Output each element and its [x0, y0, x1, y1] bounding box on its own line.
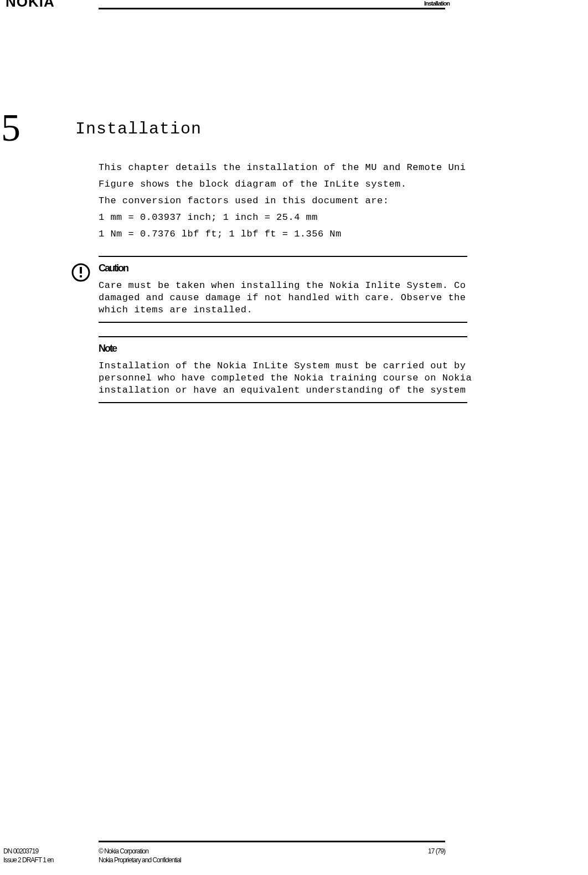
body-line-4: 1 mm = 0.03937 inch; 1 inch = 25.4 mm	[99, 209, 588, 226]
note-rule-top	[99, 336, 467, 337]
svg-rect-1	[80, 267, 82, 274]
footer-confidential: Nokia Proprietary and Confidential	[99, 856, 181, 864]
footer-issue: Issue 2 DRAFT 1 en	[3, 856, 54, 864]
footer-copyright: © Nokia Corporation	[99, 847, 148, 855]
header-section-label: Installation	[424, 0, 450, 7]
nokia-logo: NOKIA	[6, 0, 55, 11]
body-line-2: Figure shows the block diagram of the In…	[99, 176, 588, 193]
body-line-3: The conversion factors used in this docu…	[99, 193, 588, 209]
caution-line-3: which items are installed.	[99, 304, 588, 316]
header-rule	[99, 8, 445, 9]
caution-rule-top	[99, 256, 467, 257]
note-line-3: installation or have an equivalent under…	[99, 384, 588, 397]
chapter-number: 5	[1, 109, 20, 147]
footer-page-number: 17 (79)	[428, 847, 445, 855]
caution-line-2: damaged and cause damage if not handled …	[99, 292, 588, 304]
svg-rect-2	[80, 275, 82, 277]
footer-dn: DN 00203719	[3, 847, 38, 855]
caution-heading: Caution	[99, 262, 588, 274]
caution-line-1: Care must be taken when installing the N…	[99, 280, 588, 292]
chapter-title: Installation	[75, 120, 202, 138]
body-line-1: This chapter details the installation of…	[99, 159, 588, 176]
note-line-1: Installation of the Nokia InLite System …	[99, 360, 588, 372]
caution-rule-bottom	[99, 322, 467, 323]
note-rule-bottom	[99, 402, 467, 403]
body-line-5: 1 Nm = 0.7376 lbf ft; 1 lbf ft = 1.356 N…	[99, 226, 588, 243]
note-heading: Note	[99, 343, 588, 354]
caution-icon	[71, 262, 91, 282]
note-line-2: personnel who have completed the Nokia t…	[99, 372, 588, 384]
footer-rule	[99, 841, 445, 842]
